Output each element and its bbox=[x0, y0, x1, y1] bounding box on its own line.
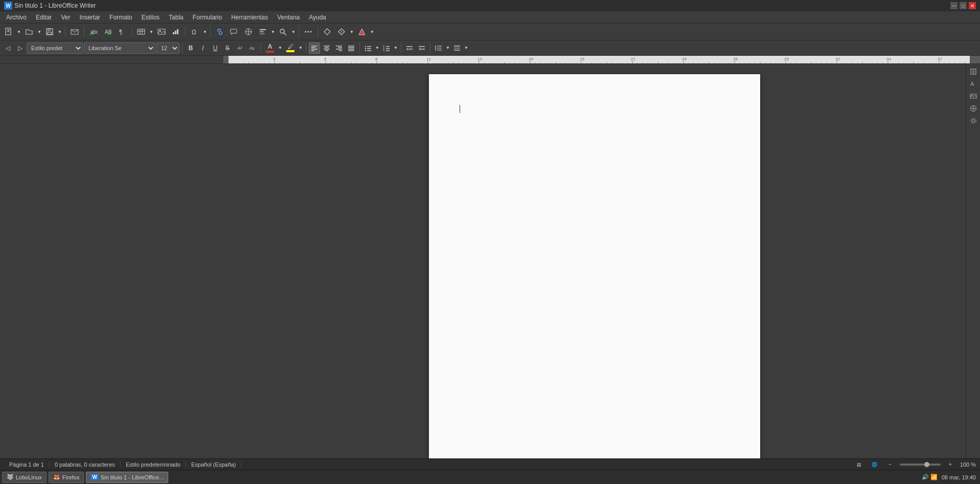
subscript-button[interactable]: A₂ bbox=[246, 42, 258, 54]
svg-rect-22 bbox=[231, 29, 237, 33]
italic-button[interactable]: I bbox=[197, 42, 209, 54]
find-bar-button[interactable] bbox=[277, 26, 290, 38]
style-decrease-button[interactable]: ◁ bbox=[2, 42, 13, 54]
comment-button[interactable] bbox=[227, 26, 241, 38]
zoom-increase-button[interactable]: + bbox=[945, 459, 956, 470]
save-button[interactable] bbox=[43, 26, 56, 38]
view-web-button[interactable]: 🌐 bbox=[869, 459, 880, 470]
sidebar-properties-icon[interactable] bbox=[968, 66, 979, 77]
superscript-button[interactable]: A² bbox=[234, 42, 245, 54]
sidebar-settings-icon[interactable] bbox=[968, 115, 979, 126]
menu-formulario[interactable]: Formulario bbox=[189, 13, 226, 22]
menu-herramientas[interactable]: Herramientas bbox=[227, 13, 272, 22]
taskbar-lobolinux-icon: 🐺 bbox=[7, 474, 14, 480]
status-bar: Página 1 de 1 0 palabras, 0 caracteres E… bbox=[0, 458, 980, 470]
strikethrough-button[interactable]: S bbox=[222, 42, 233, 54]
paragraph-spacing-arrow[interactable]: ▼ bbox=[464, 42, 469, 54]
line-spacing-button[interactable] bbox=[433, 42, 444, 54]
menu-ayuda[interactable]: Ayuda bbox=[305, 13, 330, 22]
word-count: 0 palabras, 0 caracteres bbox=[50, 461, 121, 468]
taskbar-writer[interactable]: W Sin titulo 1 - LibreOffice... bbox=[86, 472, 168, 483]
fmt-sep5 bbox=[401, 43, 401, 53]
bold-button[interactable]: B bbox=[185, 42, 196, 54]
color-picker-button[interactable] bbox=[355, 26, 369, 38]
svg-rect-18 bbox=[175, 31, 176, 34]
shape-arrow-button[interactable] bbox=[335, 26, 348, 38]
taskbar: 🐺 LoboLinux 🦊 Firefox W Sin titulo 1 - L… bbox=[0, 470, 980, 484]
shape-extra-button[interactable]: ▼ bbox=[349, 26, 354, 38]
align-justify-button[interactable] bbox=[346, 42, 357, 54]
sidebar-navigator-icon[interactable] bbox=[968, 103, 979, 114]
hyperlink-button[interactable] bbox=[213, 26, 226, 38]
nonprinting-button[interactable]: ¶ bbox=[116, 26, 129, 38]
menu-archivo[interactable]: Archivo bbox=[2, 13, 31, 22]
font-color-button[interactable]: A bbox=[263, 42, 277, 54]
menu-formato[interactable]: Formato bbox=[105, 13, 136, 22]
svg-text:Ω: Ω bbox=[192, 29, 196, 36]
taskbar-firefox[interactable]: 🦊 Firefox bbox=[49, 472, 84, 483]
table-arrow-button[interactable]: ▼ bbox=[149, 26, 154, 38]
style-name: Estilo predeterminado bbox=[121, 461, 186, 468]
find-arrow-button[interactable]: ▼ bbox=[291, 26, 296, 38]
svg-marker-35 bbox=[324, 29, 330, 35]
open-arrow-button[interactable]: ▼ bbox=[37, 26, 42, 38]
align-left-button[interactable] bbox=[309, 42, 320, 54]
menu-tabla[interactable]: Tabla bbox=[165, 13, 188, 22]
close-button[interactable]: ✕ bbox=[969, 2, 976, 9]
color-picker-arrow[interactable]: ▼ bbox=[370, 26, 375, 38]
align-center-button[interactable] bbox=[321, 42, 332, 54]
menu-estilos[interactable]: Estilos bbox=[138, 13, 164, 22]
zoom-decrease-button[interactable]: − bbox=[884, 459, 896, 470]
window-controls[interactable]: ─ □ ✕ bbox=[950, 2, 976, 9]
autocorrect-button[interactable]: ABC bbox=[101, 26, 115, 38]
symbol-button[interactable]: Ω bbox=[188, 26, 201, 38]
new-arrow-button[interactable]: ▼ bbox=[16, 26, 21, 38]
unordered-list-button[interactable] bbox=[362, 42, 374, 54]
list-arrow-button[interactable]: ▼ bbox=[375, 42, 380, 54]
sidebar-styles-icon[interactable]: A bbox=[968, 78, 979, 90]
font-name-dropdown[interactable]: Liberation Se bbox=[84, 42, 155, 54]
style-increase-button[interactable]: ▷ bbox=[14, 42, 26, 54]
insert-image-button[interactable] bbox=[155, 26, 168, 38]
symbol-arrow-button[interactable]: ▼ bbox=[202, 26, 208, 38]
view-standard-button[interactable]: ▤ bbox=[854, 459, 865, 470]
taskbar-lobolinux[interactable]: 🐺 LoboLinux bbox=[2, 472, 47, 483]
zoom-level[interactable]: 100 % bbox=[960, 461, 976, 468]
navigator-button[interactable] bbox=[242, 26, 255, 38]
sidebar-gallery-icon[interactable] bbox=[968, 91, 979, 102]
increase-indent-button[interactable] bbox=[416, 42, 427, 54]
table-button[interactable] bbox=[134, 26, 148, 38]
diamond-button[interactable] bbox=[321, 26, 334, 38]
document-area[interactable] bbox=[223, 64, 966, 458]
minimize-button[interactable]: ─ bbox=[950, 2, 958, 9]
align-right-button[interactable] bbox=[333, 42, 345, 54]
menu-insertar[interactable]: Insertar bbox=[75, 13, 104, 22]
menu-editar[interactable]: Editar bbox=[32, 13, 56, 22]
chart-button[interactable] bbox=[169, 26, 183, 38]
document-page[interactable] bbox=[429, 74, 760, 458]
save-arrow-button[interactable]: ▼ bbox=[57, 26, 62, 38]
new-button[interactable] bbox=[2, 26, 15, 38]
decrease-indent-button[interactable] bbox=[404, 42, 415, 54]
highlight-color-arrow[interactable]: ▼ bbox=[298, 42, 303, 54]
underline-button[interactable]: U bbox=[210, 42, 221, 54]
open-button[interactable] bbox=[22, 26, 36, 38]
ordered-list-button[interactable]: 1.2.3. bbox=[381, 42, 392, 54]
menu-ver[interactable]: Ver bbox=[57, 13, 74, 22]
maximize-button[interactable]: □ bbox=[960, 2, 967, 9]
ordered-list-arrow-button[interactable]: ▼ bbox=[393, 42, 398, 54]
zoom-slider[interactable] bbox=[900, 464, 941, 466]
styles-button[interactable] bbox=[256, 26, 269, 38]
highlight-color-button[interactable]: 🖊 bbox=[284, 42, 297, 54]
menu-ventana[interactable]: Ventana bbox=[273, 13, 304, 22]
email-button[interactable] bbox=[68, 26, 81, 38]
paragraph-style-dropdown[interactable]: Estilo predet bbox=[27, 42, 83, 54]
line-spacing-arrow[interactable]: ▼ bbox=[445, 42, 450, 54]
title-bar-left: W Sin titulo 1 - LibreOffice Writer bbox=[4, 2, 96, 10]
font-size-dropdown[interactable]: 12 bbox=[156, 42, 179, 54]
spellcheck-button[interactable]: abc bbox=[87, 26, 100, 38]
font-color-arrow[interactable]: ▼ bbox=[278, 42, 283, 54]
paragraph-spacing-button[interactable] bbox=[451, 42, 463, 54]
more-tools-button[interactable] bbox=[302, 26, 315, 38]
styles-arrow-button[interactable]: ▼ bbox=[270, 26, 276, 38]
